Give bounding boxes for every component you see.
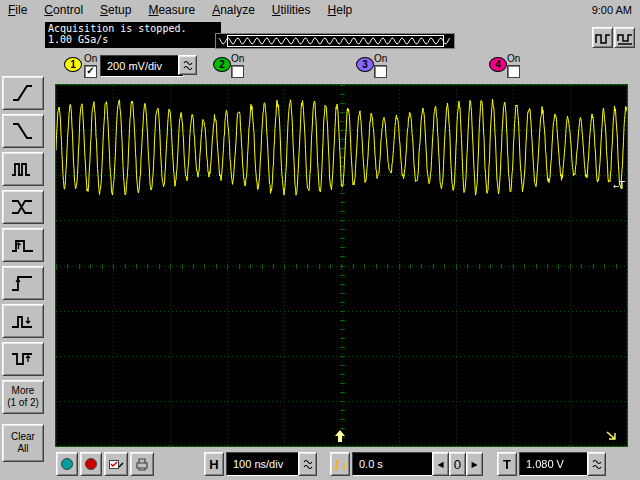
channel-4-on-checkbox[interactable] (507, 65, 520, 78)
rising-edge-icon (10, 81, 36, 105)
checkbox-pen-icon (108, 457, 124, 471)
acquisition-status-text: Acquisition is stopped. (48, 23, 218, 34)
channel-1-badge[interactable]: 1 (64, 57, 82, 72)
channel-1-scale-display[interactable]: 200 mV/div (100, 55, 184, 77)
horizontal-setup-button[interactable]: H (204, 452, 224, 476)
menu-help[interactable]: Help (320, 0, 362, 20)
pulse-width-icon (10, 233, 36, 257)
channel-3-on-checkbox[interactable] (374, 65, 387, 78)
channel-3-on-label: On (374, 53, 387, 64)
clear-all-label-2: All (17, 443, 28, 455)
sidebar-more-button[interactable]: More (1 of 2) (2, 380, 44, 414)
printer-icon (134, 457, 150, 471)
sidebar-pulse-train-button[interactable] (2, 152, 44, 186)
sidebar-falling-edge-button[interactable] (2, 114, 44, 148)
trigger-position-display[interactable]: 0.0 s (352, 452, 438, 476)
square-wave-underline-icon (617, 31, 633, 45)
menu-bar: File Control Setup Measure Analyze Utili… (0, 0, 640, 20)
sweep-reference-arrow-icon (605, 430, 619, 443)
sidebar-low-pulse-button[interactable] (2, 342, 44, 376)
clock: 9:00 AM (592, 4, 640, 16)
clear-all-label-1: Clear (11, 431, 35, 443)
scope-graticule-canvas[interactable] (56, 85, 627, 446)
acquisition-status: Acquisition is stopped. 1.00 GSa/s (45, 22, 221, 48)
trigger-level-spinner[interactable] (587, 452, 606, 476)
timebase-spinner[interactable] (298, 452, 317, 476)
sidebar-clear-all-button[interactable]: Clear All (2, 424, 44, 462)
annotation-button[interactable] (104, 452, 128, 476)
channel-2-badge[interactable]: 2 (213, 57, 231, 72)
sidebar-pulse-width-button[interactable] (2, 228, 44, 262)
sample-rate-text: 1.00 GSa/s (48, 34, 218, 45)
sidebar-rise-time-button[interactable] (2, 266, 44, 300)
position-right-button[interactable]: ▶ (466, 452, 483, 476)
stop-icon (85, 458, 97, 470)
trigger-level-marker[interactable]: ←T (613, 180, 625, 191)
menu-utilities[interactable]: Utilities (264, 0, 320, 20)
menu-measure[interactable]: Measure (140, 0, 204, 20)
channel-2-on-checkbox[interactable] (231, 65, 244, 78)
stop-button[interactable] (80, 452, 102, 476)
rise-step-arrow-icon (10, 271, 36, 295)
trigger-level-display[interactable]: 1.080 V (519, 452, 593, 476)
trigger-time-marker[interactable] (334, 429, 346, 443)
sidebar-rising-edge-button[interactable] (2, 76, 44, 110)
channel-1-on-checkbox[interactable]: ✓ (84, 65, 97, 78)
narrow-pulse-arrow-icon (10, 309, 36, 333)
waveform-display: ←T (55, 84, 628, 447)
run-icon (61, 458, 73, 470)
position-zero-button[interactable]: 0 (449, 452, 466, 476)
oscilloscope-app: File Control Setup Measure Analyze Utili… (0, 0, 640, 480)
channel-1-scale-spinner[interactable] (178, 55, 197, 75)
pulse-mode-button-2[interactable] (614, 27, 635, 48)
trigger-source-icon: 1 (332, 456, 348, 472)
low-pulse-arrow-icon (10, 347, 36, 371)
menu-file[interactable]: File (0, 0, 36, 20)
dual-edge-icon (10, 195, 36, 219)
trigger-setup-button[interactable]: T (497, 452, 517, 476)
trigger-source-number: 1 (342, 461, 347, 471)
menu-control[interactable]: Control (36, 0, 92, 20)
menu-setup[interactable]: Setup (92, 0, 140, 20)
fine-adjust-icon (182, 59, 194, 71)
more-page-indicator: (1 of 2) (7, 397, 39, 409)
more-label: More (12, 385, 35, 397)
position-left-button[interactable]: ◀ (432, 452, 449, 476)
pulse-mode-button-1[interactable] (592, 27, 613, 48)
timebase-scale-display[interactable]: 100 ns/div (226, 452, 304, 476)
menu-analyze[interactable]: Analyze (204, 0, 264, 20)
channel-3-badge[interactable]: 3 (356, 57, 374, 72)
memory-preview-bar[interactable] (215, 33, 455, 49)
print-button[interactable] (130, 452, 154, 476)
channel-4-on-label: On (507, 53, 520, 64)
sidebar-dual-edge-button[interactable] (2, 190, 44, 224)
channel-4-badge[interactable]: 4 (489, 57, 507, 72)
falling-edge-icon (10, 119, 36, 143)
run-button[interactable] (56, 452, 78, 476)
square-wave-icon (595, 31, 611, 45)
channel-2-on-label: On (231, 53, 244, 64)
trigger-source-button[interactable]: 1 (330, 452, 350, 476)
fine-adjust-icon (591, 458, 603, 470)
channel-1-on-label: On (84, 53, 97, 64)
sidebar-glitch-button[interactable] (2, 304, 44, 338)
pulse-train-icon (10, 157, 36, 181)
fine-adjust-icon (302, 458, 314, 470)
